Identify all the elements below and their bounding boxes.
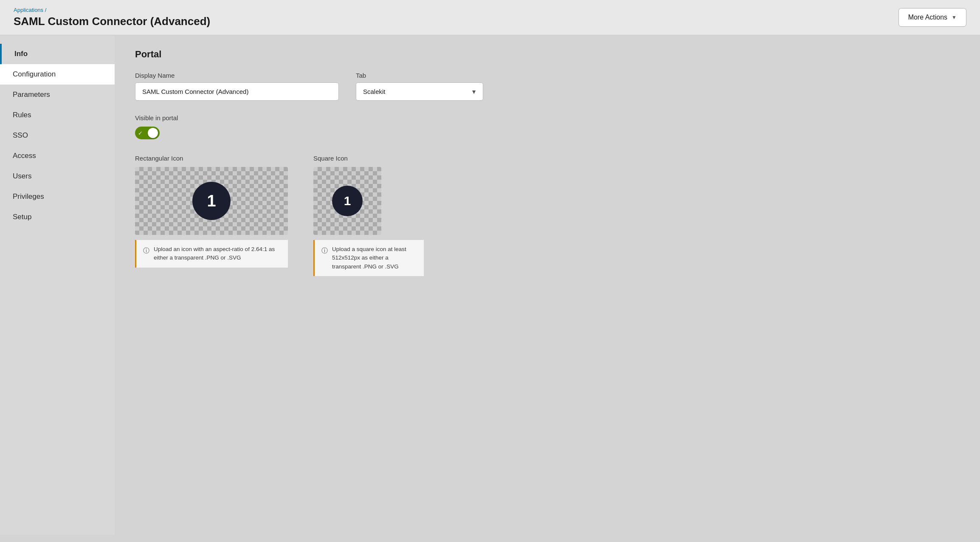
- sidebar-item-info[interactable]: Info: [0, 44, 115, 64]
- sidebar-item-users[interactable]: Users: [0, 166, 115, 186]
- rectangular-icon-hint-text: Upload an icon with an aspect-ratio of 2…: [154, 245, 281, 263]
- square-icon-hint-box: ⓘ Upload a square icon at least 512x512p…: [313, 240, 424, 276]
- rectangular-icon-label: Rectangular Icon: [135, 155, 288, 162]
- sidebar-item-label: Access: [13, 152, 36, 160]
- square-icon-section: Square Icon 1 ⓘ Upload a square icon at …: [313, 155, 424, 276]
- checkerboard-bg-square: 1: [313, 167, 381, 235]
- sidebar-item-parameters[interactable]: Parameters: [0, 85, 115, 105]
- sidebar-item-label: Info: [14, 50, 28, 58]
- sidebar-item-label: Configuration: [13, 70, 56, 79]
- display-name-input[interactable]: [135, 82, 339, 101]
- page-title: SAML Custom Connector (Advanced): [14, 15, 210, 28]
- square-icon-label: Square Icon: [313, 155, 424, 162]
- tab-label: Tab: [356, 72, 483, 79]
- rectangular-icon-section: Rectangular Icon 1 ⓘ Upload an icon with…: [135, 155, 288, 276]
- icons-row: Rectangular Icon 1 ⓘ Upload an icon with…: [135, 155, 960, 276]
- form-group-tab: Tab Scalekit ▼: [356, 72, 483, 101]
- sidebar-item-configuration[interactable]: Configuration: [0, 64, 115, 85]
- sidebar-item-sso[interactable]: SSO: [0, 125, 115, 146]
- sidebar: Info Configuration Parameters Rules SSO …: [0, 35, 115, 535]
- app-icon-number-square: 1: [332, 186, 363, 216]
- sidebar-item-privileges[interactable]: Privileges: [0, 186, 115, 207]
- sidebar-item-label: Setup: [13, 213, 31, 221]
- info-icon: ⓘ: [321, 246, 328, 256]
- rectangular-icon-hint-box: ⓘ Upload an icon with an aspect-ratio of…: [135, 240, 288, 268]
- sidebar-item-label: Parameters: [13, 90, 50, 99]
- header-left: Applications / SAML Custom Connector (Ad…: [14, 7, 210, 28]
- checkerboard-bg: 1: [135, 167, 288, 235]
- sidebar-item-label: Rules: [13, 111, 31, 119]
- sidebar-item-access[interactable]: Access: [0, 146, 115, 166]
- toggle-label: Visible in portal: [135, 114, 960, 121]
- tab-select[interactable]: Scalekit: [356, 83, 483, 100]
- rectangular-icon-preview[interactable]: 1: [135, 167, 288, 235]
- tab-select-wrapper: Scalekit ▼: [356, 82, 483, 101]
- check-icon: ✓: [138, 130, 143, 136]
- main-layout: Info Configuration Parameters Rules SSO …: [0, 35, 980, 535]
- app-icon-number: 1: [192, 182, 231, 220]
- form-group-display-name: Display Name: [135, 72, 339, 101]
- main-content: Portal Display Name Tab Scalekit ▼ Visib…: [115, 35, 980, 535]
- sidebar-item-setup[interactable]: Setup: [0, 207, 115, 227]
- visible-portal-toggle[interactable]: ✓: [135, 127, 160, 139]
- display-name-label: Display Name: [135, 72, 339, 79]
- chevron-down-icon: ▼: [952, 14, 957, 20]
- section-title: Portal: [135, 49, 960, 60]
- sidebar-item-rules[interactable]: Rules: [0, 105, 115, 125]
- square-icon-preview[interactable]: 1: [313, 167, 381, 235]
- sidebar-item-label: Users: [13, 172, 31, 181]
- more-actions-label: More Actions: [908, 14, 947, 21]
- toggle-knob: [148, 128, 158, 138]
- sidebar-item-label: Privileges: [13, 192, 44, 201]
- form-row-display-tab: Display Name Tab Scalekit ▼: [135, 72, 960, 101]
- sidebar-item-label: SSO: [13, 131, 28, 140]
- toggle-section: Visible in portal ✓: [135, 114, 960, 139]
- breadcrumb-link[interactable]: Applications /: [14, 7, 46, 13]
- info-icon: ⓘ: [143, 246, 149, 256]
- more-actions-button[interactable]: More Actions ▼: [898, 8, 966, 27]
- square-icon-hint-text: Upload a square icon at least 512x512px …: [332, 245, 417, 271]
- header: Applications / SAML Custom Connector (Ad…: [0, 0, 980, 35]
- breadcrumb[interactable]: Applications /: [14, 7, 210, 13]
